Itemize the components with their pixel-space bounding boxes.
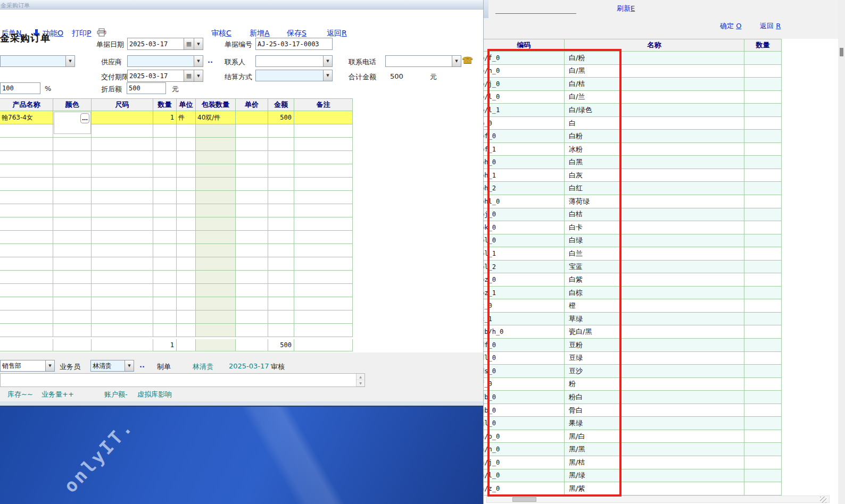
color-row[interactable]: dl_0豆绿: [484, 352, 782, 365]
return-button[interactable]: 返回R: [327, 29, 347, 38]
color-row[interactable]: h/j_0黑/桔: [484, 456, 782, 469]
audit-button[interactable]: 审核C: [211, 29, 231, 38]
color-row[interactable]: b/h_0白/黑: [484, 65, 782, 78]
vertical-scrollbar[interactable]: [838, 0, 845, 504]
color-row[interactable]: bz_0白紫: [484, 273, 782, 287]
color-row[interactable]: bz_1白棕: [484, 287, 782, 300]
cell-qty[interactable]: 1: [153, 111, 177, 124]
color-editor-cell[interactable]: …: [54, 112, 91, 134]
color-qty-cell[interactable]: [744, 130, 782, 143]
color-row[interactable]: b/f_0白/粉: [484, 52, 782, 65]
supplier-dropdown-button[interactable]: ▼: [194, 56, 203, 66]
product-empty-row[interactable]: [0, 204, 353, 217]
after-discount-field[interactable]: [127, 82, 166, 94]
discount-input[interactable]: [1, 83, 40, 94]
doc-date-input[interactable]: [128, 38, 184, 49]
color-row[interactable]: c_1草绿: [484, 313, 782, 326]
color-qty-cell[interactable]: [744, 91, 782, 104]
color-row[interactable]: f_0粉: [484, 378, 782, 391]
link-virtual-stock[interactable]: 虚拟库影响: [137, 390, 172, 399]
color-qty-cell[interactable]: [744, 78, 782, 91]
color-qty-cell[interactable]: [744, 365, 782, 378]
color-row[interactable]: h/b_0黑/白: [484, 430, 782, 443]
color-row[interactable]: h/z_0黑/紫: [484, 482, 782, 495]
product-empty-row[interactable]: [0, 271, 353, 284]
spinner-down-icon[interactable]: ▼: [357, 380, 364, 387]
department-combo[interactable]: ▼: [0, 360, 55, 372]
color-row[interactable]: b/l_0白/兰: [484, 91, 782, 104]
color-row[interactable]: cb/h_0瓷白/黑: [484, 325, 782, 339]
product-empty-row[interactable]: [0, 164, 353, 178]
popup-return-button[interactable]: 返回 R: [760, 21, 781, 31]
color-qty-cell[interactable]: [744, 443, 782, 456]
department-input[interactable]: [1, 360, 45, 371]
link-account-amount[interactable]: 账户额-: [104, 390, 128, 399]
refresh-button[interactable]: 刷新E: [617, 4, 635, 13]
color-qty-cell[interactable]: [744, 261, 782, 274]
color-row[interactable]: bl_1白兰: [484, 247, 782, 261]
doc-date-field[interactable]: ▦ ▼: [127, 38, 203, 50]
contact-combo[interactable]: ▼: [255, 55, 333, 67]
color-row[interactable]: gb_0骨白: [484, 404, 782, 417]
left-cut-combo[interactable]: ▼: [0, 55, 75, 67]
color-qty-cell[interactable]: [744, 352, 782, 365]
color-row[interactable]: bh_1白灰: [484, 169, 782, 182]
color-qty-cell[interactable]: [744, 169, 782, 182]
remark-spinner[interactable]: ▲ ▼: [356, 374, 364, 387]
deliver-date-field[interactable]: ▦ ▼: [127, 70, 203, 82]
hscroll-thumb[interactable]: [512, 497, 536, 502]
color-row[interactable]: h/h_0黑/黑: [484, 443, 782, 456]
color-qty-cell[interactable]: [744, 378, 782, 391]
discount-field[interactable]: [0, 82, 40, 94]
after-discount-input[interactable]: [127, 83, 165, 94]
horizontal-scrollbar[interactable]: [486, 495, 830, 503]
remark-bar[interactable]: ▲ ▼: [0, 373, 365, 387]
color-row[interactable]: bhl_0薄荷绿: [484, 195, 782, 208]
product-empty-row[interactable]: [0, 324, 353, 337]
cell-price[interactable]: [236, 111, 268, 124]
color-row[interactable]: bl_0白绿: [484, 234, 782, 248]
settlement-combo[interactable]: ▼: [255, 70, 333, 81]
settlement-input[interactable]: [256, 70, 323, 81]
department-dropdown-button[interactable]: ▼: [45, 360, 54, 371]
color-qty-cell[interactable]: [744, 339, 782, 352]
color-qty-cell[interactable]: [744, 299, 782, 313]
color-qty-cell[interactable]: [744, 313, 782, 326]
color-qty-cell[interactable]: [744, 104, 782, 117]
color-row[interactable]: b/j_0白/桔: [484, 78, 782, 91]
color-qty-cell[interactable]: [744, 273, 782, 287]
color-row[interactable]: gl_0果绿: [484, 417, 782, 430]
color-row[interactable]: h/l_0黑/绿: [484, 469, 782, 483]
link-business-volume[interactable]: 业务量++: [42, 390, 74, 399]
color-qty-cell[interactable]: [744, 52, 782, 65]
color-row[interactable]: bf_0白粉: [484, 130, 782, 143]
salesman-combo[interactable]: ▼: [90, 360, 134, 372]
printer-icon[interactable]: [97, 28, 106, 37]
color-row[interactable]: bl_2宝蓝: [484, 261, 782, 274]
color-row[interactable]: ds_0豆沙: [484, 365, 782, 378]
salesman-input[interactable]: [91, 360, 125, 371]
color-qty-cell[interactable]: [744, 456, 782, 469]
link-inventory[interactable]: 库存~~: [7, 390, 33, 399]
doc-date-dropdown-button[interactable]: ▼: [194, 38, 203, 49]
product-empty-row[interactable]: [0, 231, 353, 244]
color-qty-cell[interactable]: [744, 208, 782, 222]
color-browse-button[interactable]: …: [80, 113, 89, 123]
color-qty-cell[interactable]: [744, 391, 782, 404]
product-empty-row[interactable]: [0, 217, 353, 231]
phone-input[interactable]: [386, 56, 452, 66]
color-qty-cell[interactable]: [744, 417, 782, 430]
phone-dropdown-button[interactable]: ▼: [452, 56, 461, 66]
color-qty-cell[interactable]: [744, 182, 782, 195]
color-qty-cell[interactable]: [744, 221, 782, 234]
color-row[interactable]: b_0白: [484, 117, 782, 130]
color-qty-cell[interactable]: [744, 287, 782, 300]
salesman-browse-dots[interactable]: ..: [139, 361, 145, 369]
color-qty-cell[interactable]: [744, 325, 782, 339]
product-empty-row[interactable]: [0, 191, 353, 204]
color-qty-cell[interactable]: [744, 195, 782, 208]
color-qty-cell[interactable]: [744, 482, 782, 495]
product-empty-row[interactable]: [0, 257, 353, 271]
contact-dropdown-button[interactable]: ▼: [323, 56, 332, 66]
product-empty-row[interactable]: [0, 284, 353, 297]
